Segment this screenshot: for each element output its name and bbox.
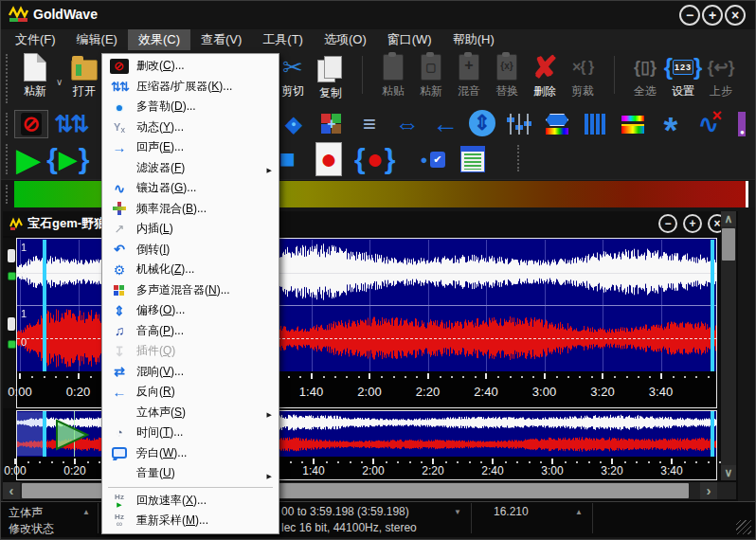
select-all-button[interactable]: 全选 (626, 52, 664, 99)
bottom-channel-enable-button[interactable] (8, 340, 16, 349)
selection-start-marker[interactable] (43, 240, 46, 371)
effects-menu-item-4[interactable]: 动态(Y)... (102, 117, 279, 138)
close-button[interactable]: × (725, 5, 746, 26)
spectrum-filter-icon[interactable] (619, 110, 647, 138)
menubar-item-4[interactable]: 查看(V) (190, 29, 252, 50)
paste-button[interactable]: 粘贴 (374, 52, 412, 99)
menubar-item-6[interactable]: 选项(O) (314, 29, 377, 50)
properties-window-button[interactable] (459, 140, 487, 178)
effects-menu-item-11[interactable]: 机械化(Z)... (102, 260, 279, 280)
trim-button[interactable]: 剪裁 (564, 52, 602, 99)
play-selection-braces-button[interactable]: {▶} (46, 140, 89, 178)
effects-menu-item-22[interactable]: 回放速率(X)... (102, 491, 279, 512)
menubar-item-1[interactable]: 文件(F) (5, 29, 66, 50)
equalizer-sliders-icon[interactable] (505, 110, 533, 138)
effects-menu-item-16[interactable]: 混响(V)... (102, 362, 279, 383)
effects-menu-item-14[interactable]: 音高(P)... (102, 321, 279, 342)
reverse-arrow-icon[interactable] (431, 110, 459, 138)
scroll-right-icon[interactable]: › (700, 482, 717, 499)
menubar-item-5[interactable]: 工具(T) (252, 29, 314, 50)
list-partial-icon[interactable] (355, 110, 384, 138)
effects-menu-item-20[interactable]: 旁白(W)... (102, 443, 279, 464)
time-display-drag-handle[interactable] (517, 145, 519, 171)
effects-menu-item-1[interactable]: 删改(C)... (102, 56, 279, 77)
offset-circle-icon[interactable] (469, 110, 495, 136)
effects-menu-item-7[interactable]: 镶边器(G)... (102, 178, 279, 199)
multichannel-star-icon[interactable] (279, 110, 308, 138)
overview-selection-end-marker[interactable] (711, 411, 714, 457)
maximize-button[interactable]: + (702, 5, 723, 26)
vertical-scrollbar[interactable]: ∧ ∨ (721, 211, 736, 480)
channel-mode-status[interactable]: 立体声 (9, 505, 43, 521)
spark-icon[interactable] (657, 110, 685, 138)
filter-rainbow-icon[interactable] (543, 110, 571, 138)
selection-end-marker[interactable] (711, 240, 714, 371)
copy-button[interactable]: 复制 (312, 52, 350, 101)
compressor-shortcut-icon[interactable] (56, 110, 84, 138)
menubar-item-7[interactable]: 窗口(W) (377, 29, 442, 50)
resize-grip[interactable] (736, 520, 751, 534)
cut-button[interactable]: 剪切 (274, 52, 312, 99)
record-new-button[interactable] (313, 140, 345, 178)
bottom-channel-fader[interactable] (8, 317, 15, 331)
noise-reduction-icon[interactable] (694, 110, 723, 138)
channel-mode-arrow-icon[interactable]: ▲ (82, 508, 90, 516)
replace-button[interactable]: 替换 (488, 52, 526, 99)
effects-menu-item-5[interactable]: 回声(E)... (102, 137, 279, 158)
position-value-arrow-icon[interactable]: ▲ (575, 508, 583, 516)
doc-minimize-button[interactable]: − (658, 214, 677, 233)
paste-new-button[interactable]: 粘新 (412, 52, 450, 99)
settings-button[interactable]: {123}设置 (664, 52, 702, 99)
delete-button[interactable]: 删除 (526, 52, 564, 99)
menubar-item-3[interactable]: 效果(C) (128, 29, 190, 50)
effects-menu-item-10[interactable]: 倒转(I) (102, 240, 279, 261)
effects-menu-item-17[interactable]: 反向(R) (102, 382, 279, 403)
record-selection-braces-button[interactable]: {●} (354, 140, 396, 178)
effects-menu-item-13[interactable]: 偏移(O)... (102, 300, 279, 321)
effects-menu-item-6[interactable]: 滤波器(F) (102, 158, 279, 179)
scroll-up-icon[interactable]: ∧ (721, 211, 736, 226)
top-channel-enable-button[interactable] (8, 272, 16, 280)
gate-bars-icon[interactable] (581, 110, 609, 138)
open-dropdown-chevron-icon[interactable]: ∨ (56, 77, 63, 87)
undo-step-button[interactable]: 上步 (702, 52, 740, 99)
overview-play-marker[interactable] (55, 419, 89, 451)
play-button[interactable] (16, 140, 41, 178)
meter-drag-handle[interactable] (6, 185, 8, 204)
top-channel-fader[interactable] (8, 249, 15, 262)
effects-menu-item-18[interactable]: 立体声(S) (102, 403, 279, 423)
effects-menu-item-2[interactable]: 压缩器/扩展器(K)... (102, 77, 279, 98)
minimize-button[interactable]: − (679, 5, 700, 26)
scroll-down-icon[interactable]: ∨ (721, 465, 736, 480)
clipped-edge-icon[interactable] (732, 110, 756, 138)
menubar-item-8[interactable]: 帮助(H) (442, 29, 505, 50)
overview-selection-marker[interactable] (43, 411, 46, 457)
mix-button[interactable]: 混音 (450, 52, 488, 99)
position-value-status[interactable]: 16.210 (494, 505, 529, 518)
monitor-check-button[interactable] (420, 140, 444, 178)
toolbar3-drag-handle[interactable] (6, 144, 8, 174)
effects-menu-item-8[interactable]: 频率混合(B)... (102, 199, 279, 220)
effects-menu-item-15[interactable]: 插件(Q) (102, 341, 279, 362)
effects-menu-item-12[interactable]: 多声道混音器(N)... (102, 280, 279, 301)
effects-menu-item-23[interactable]: 重新采样(M)... (102, 511, 279, 531)
selection-range-status[interactable]: 00 to 3:59.198 (3:59.198) (281, 505, 409, 518)
effects-menu-item-21[interactable]: 音量(U) (102, 463, 279, 484)
menubar-item-2[interactable]: 编辑(E) (66, 29, 128, 50)
disable-shortcut-icon[interactable] (14, 110, 48, 138)
stop-button[interactable] (279, 140, 296, 178)
open-button[interactable]: 打开 (65, 52, 103, 99)
vertical-scroll-thumb[interactable] (722, 228, 735, 261)
color-mixer-icon[interactable] (317, 110, 346, 138)
toolbar2-drag-handle[interactable] (6, 113, 8, 135)
toolbar-drag-handle[interactable] (6, 54, 8, 103)
effects-menu-item-9[interactable]: 内插(L) (102, 219, 279, 240)
new-button[interactable]: 粘新 (16, 52, 54, 99)
selection-range-arrow-icon[interactable]: ▼ (454, 508, 461, 516)
doc-maximize-button[interactable]: + (683, 214, 702, 233)
select-braces-icon (629, 52, 661, 82)
expand-arrows-icon[interactable] (393, 110, 422, 138)
effects-menu-item-3[interactable]: 多普勒(D)... (102, 97, 279, 117)
effects-menu-item-19[interactable]: 时间(T)... (102, 423, 279, 443)
scroll-left-icon[interactable]: ‹ (3, 482, 20, 499)
